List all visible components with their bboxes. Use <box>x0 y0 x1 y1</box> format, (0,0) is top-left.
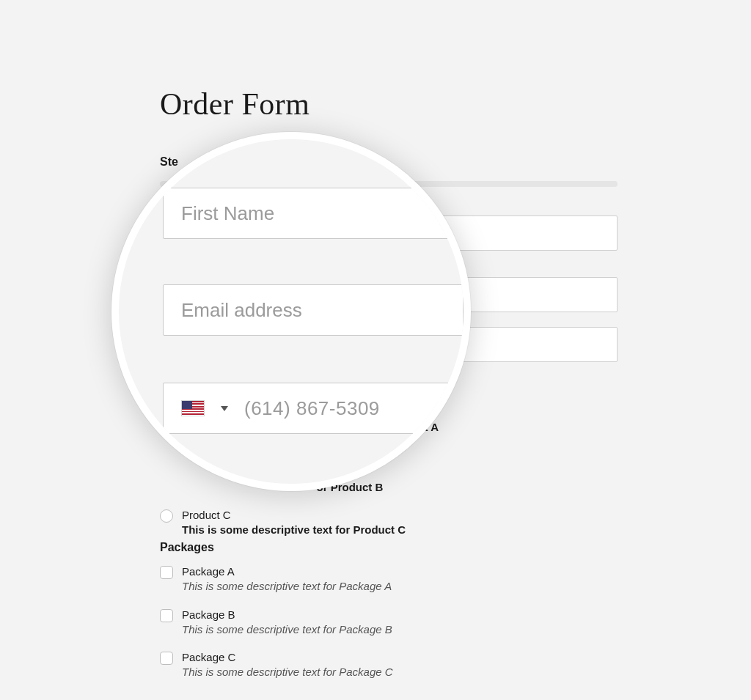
us-flag-icon[interactable] <box>181 400 205 416</box>
loupe-email-input[interactable]: Email address <box>163 284 464 336</box>
product-option: xxxxxxxxxxxxxxxxxxxxxxor Product B <box>160 480 618 495</box>
package-desc: This is some descriptive text for Packag… <box>182 665 618 679</box>
loupe-first-name-placeholder: First Name <box>181 202 274 225</box>
loupe-phone-input[interactable]: (614) 867-5309 <box>163 383 464 434</box>
package-option: Package A This is some descriptive text … <box>160 564 618 594</box>
checkbox-icon[interactable] <box>160 566 173 579</box>
loupe-email-placeholder: Email address <box>181 299 302 322</box>
loupe-phone-placeholder: (614) 867-5309 <box>244 397 380 420</box>
packages-heading: Packages <box>160 541 214 554</box>
product-label: Product C <box>182 508 618 523</box>
package-option: Package B This is some descriptive text … <box>160 608 618 638</box>
radio-icon[interactable] <box>160 509 173 523</box>
page-title: Order Form <box>160 86 309 122</box>
package-label: Package A <box>182 564 618 579</box>
packages-group: Package A This is some descriptive text … <box>160 564 618 693</box>
magnifier-loupe: First Name Email address (614) 867-5309 <box>111 132 471 491</box>
loupe-first-name-input[interactable]: First Name <box>163 188 464 239</box>
package-desc: This is some descriptive text for Packag… <box>182 579 618 594</box>
checkbox-icon[interactable] <box>160 652 173 665</box>
product-desc: This is some descriptive text for Produc… <box>182 523 618 537</box>
step-label: Ste <box>160 155 178 169</box>
package-label: Package B <box>182 608 618 622</box>
checkbox-icon[interactable] <box>160 609 173 622</box>
product-option: Product C This is some descriptive text … <box>160 508 618 538</box>
chevron-down-icon[interactable] <box>221 406 228 411</box>
package-label: Package C <box>182 650 618 665</box>
order-form-page: Order Form Ste Products Product A This i… <box>0 0 751 700</box>
package-option: Package C This is some descriptive text … <box>160 650 618 680</box>
package-desc: This is some descriptive text for Packag… <box>182 622 618 637</box>
